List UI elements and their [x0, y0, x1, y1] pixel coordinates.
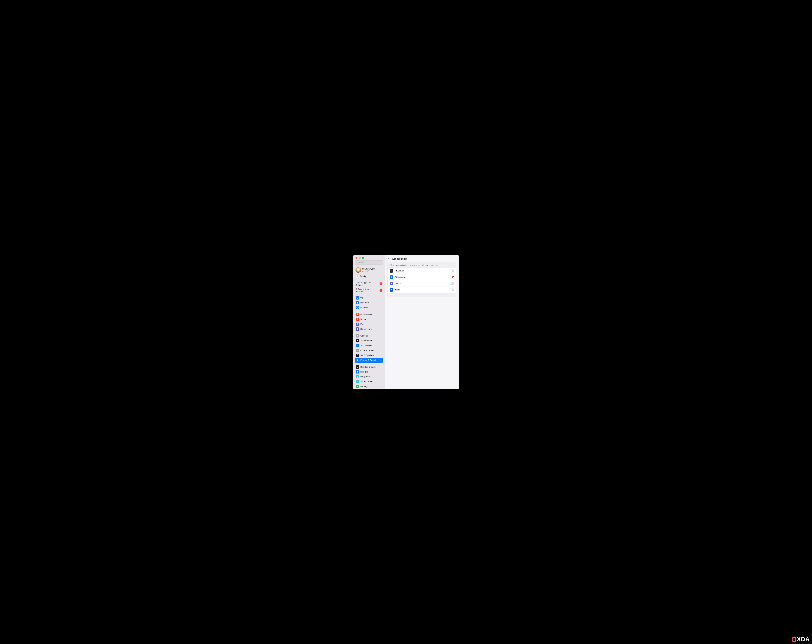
svg-point-1: [357, 276, 358, 276]
sidebar-item-screen-time[interactable]: Screen Time: [355, 327, 383, 332]
zoom-icon: [389, 288, 393, 292]
remove-app-button[interactable]: −: [392, 293, 396, 297]
sidebar-item-desktop-dock[interactable]: Desktop & Dock: [355, 365, 383, 370]
sidebar-item-label: Siri & Spotlight: [360, 354, 374, 356]
svg-point-4: [357, 350, 357, 350]
wifi-icon: [356, 296, 359, 300]
sidebar-item-appearance[interactable]: Appearance: [355, 338, 383, 343]
sidebar-item-label: Screen Time: [360, 328, 372, 330]
alert-row[interactable]: Software Update Available1: [355, 287, 383, 294]
globe-icon: [356, 306, 359, 309]
chevron-left-icon: [388, 258, 390, 260]
sidebar-item-label: Displays: [360, 371, 368, 373]
svg-point-6: [357, 351, 357, 351]
app-row-discord[interactable]: Discord: [388, 280, 456, 287]
fullscreen-window-button[interactable]: [362, 257, 364, 259]
sidebar-item-displays[interactable]: Displays: [355, 370, 383, 375]
alert-label: Software Update Available: [356, 288, 377, 293]
xda-watermark: XDA: [791, 636, 810, 643]
sidebar-item-wallpaper[interactable]: Wallpaper: [355, 375, 383, 379]
bell-icon: [356, 313, 359, 316]
header: Accessibility: [385, 255, 459, 263]
moon-icon: [356, 323, 359, 326]
discord-icon: [389, 282, 393, 285]
gear-icon: [356, 334, 359, 338]
sidebar-item-label: Battery: [360, 385, 367, 388]
svg-point-14: [357, 377, 358, 378]
alert-badge: 1: [380, 289, 382, 292]
svg-point-16: [358, 376, 358, 377]
sidebar-item-label: Focus: [360, 323, 366, 325]
sidebar-item-notifications[interactable]: Notifications: [355, 312, 383, 317]
sidebar-item-label: Sound: [360, 318, 366, 320]
app-toggle[interactable]: [450, 269, 454, 272]
page-title: Accessibility: [392, 257, 407, 260]
sidebar-item-focus[interactable]: Focus: [355, 322, 383, 327]
sidebar-item-accessibility[interactable]: Accessibility: [355, 343, 383, 348]
app-toggle[interactable]: [450, 288, 454, 291]
svg-point-12: [357, 376, 358, 377]
app-name-label: Discord: [395, 282, 448, 285]
family-row[interactable]: Family: [355, 274, 383, 279]
svg-rect-9: [357, 366, 358, 367]
add-app-button[interactable]: +: [388, 293, 392, 297]
sidebar-item-privacy-security[interactable]: Privacy & Security: [355, 358, 383, 362]
svg-point-0: [356, 276, 357, 276]
xda-bracket-icon: [791, 636, 797, 642]
person-icon: [356, 344, 359, 347]
search-field[interactable]: [355, 260, 383, 265]
app-row-zoom[interactable]: zoom: [388, 287, 456, 293]
sidebar-item-control-center[interactable]: Control Center: [355, 348, 383, 353]
svg-point-8: [357, 355, 358, 356]
sidebar-scroll[interactable]: Brady Snyder Apple ID Family Update Appl…: [353, 266, 385, 390]
back-button[interactable]: [387, 257, 391, 260]
alert-label: Update Apple ID Settings: [356, 282, 377, 286]
sun-icon: [356, 370, 359, 373]
sidebar-item-label: Privacy & Security: [360, 359, 377, 361]
sidebar-item-sound[interactable]: Sound: [355, 317, 383, 322]
sidebar-item-label: Accessibility: [360, 344, 372, 347]
sidebar-item-label: Appearance: [360, 340, 372, 342]
family-icon: [356, 275, 359, 278]
app-toggle[interactable]: [450, 282, 454, 285]
sidebar-item-label: Notifications: [360, 313, 372, 315]
svg-point-7: [357, 355, 358, 356]
sidebar-item-siri-spotlight[interactable]: Siri & Spotlight: [355, 353, 383, 358]
sidebar-item-battery[interactable]: Battery: [355, 384, 383, 389]
svg-rect-25: [391, 289, 392, 290]
sidebar-item-general[interactable]: General: [355, 333, 383, 338]
apple-id-row[interactable]: Brady Snyder Apple ID: [355, 266, 383, 274]
svg-point-15: [356, 376, 357, 377]
siri-icon: [356, 354, 359, 357]
sidebar-item-screen-saver[interactable]: Screen Saver: [355, 379, 383, 384]
sidebar-item-label: Desktop & Dock: [360, 366, 375, 368]
sidebar-item-label: Control Center: [360, 349, 374, 352]
search-icon: [356, 262, 358, 263]
svg-rect-10: [357, 367, 358, 368]
sidebar: Brady Snyder Apple ID Family Update Appl…: [353, 255, 385, 390]
app-row-aeserver[interactable]: AEServer: [388, 268, 456, 274]
alert-row[interactable]: Update Apple ID Settings1: [355, 280, 383, 287]
appearance-icon: [356, 339, 359, 343]
dock-icon: [356, 365, 359, 368]
sidebar-item-wi-fi[interactable]: Wi-Fi: [355, 295, 383, 300]
svg-point-3: [357, 345, 358, 346]
sidebar-item-label: General: [360, 335, 368, 337]
battery-icon: [356, 385, 359, 388]
hourglass-icon: [356, 327, 359, 331]
sidebar-item-label: Wallpaper: [360, 376, 370, 378]
sidebar-item-network[interactable]: Network: [355, 305, 383, 310]
hand-icon: [356, 359, 359, 362]
bluetooth-icon: [356, 301, 359, 304]
sidebar-item-label: Bluetooth: [360, 301, 369, 304]
user-avatar: [356, 267, 361, 273]
minimize-window-button[interactable]: [359, 257, 361, 259]
sidebar-item-bluetooth[interactable]: Bluetooth: [355, 300, 383, 305]
content-pane: Accessibility Allow the applications bel…: [385, 255, 459, 390]
speaker-icon: [356, 318, 359, 321]
user-name: Brady Snyder: [362, 268, 375, 270]
close-window-button[interactable]: [356, 257, 357, 259]
screensaver-icon: [356, 380, 359, 383]
search-input[interactable]: [359, 261, 382, 264]
app-row-airmessage[interactable]: AirMessage: [388, 274, 456, 280]
